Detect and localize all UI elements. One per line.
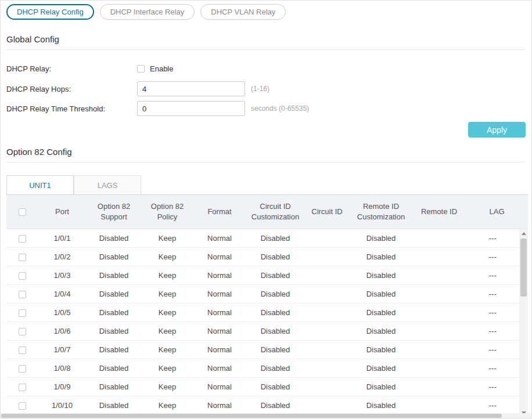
cell-remote_customization: Disabled <box>350 378 412 396</box>
cell-circuit_id <box>304 248 350 266</box>
vertical-scrollbar-thumb[interactable] <box>520 239 527 297</box>
tab-dhcp-vlan-relay[interactable]: DHCP VLAN Relay <box>200 4 286 20</box>
row-checkbox[interactable] <box>19 365 26 373</box>
table-row: 1/0/5DisabledKeepNormalDisabledDisabled-… <box>6 304 519 322</box>
cell-port: 1/0/2 <box>38 248 86 266</box>
cell-circuit_customization: Disabled <box>246 341 304 359</box>
cell-lag: --- <box>466 304 519 322</box>
table-row: 1/0/9DisabledKeepNormalDisabledDisabled-… <box>6 378 519 396</box>
horizontal-scrollbar[interactable] <box>1 413 531 418</box>
cell-circuit_id <box>304 378 350 396</box>
cell-circuit_customization: Disabled <box>246 359 304 378</box>
scroll-up-button[interactable] <box>519 229 528 238</box>
vertical-scrollbar[interactable] <box>519 229 528 417</box>
col-header: LAG <box>466 195 528 229</box>
table-row: 1/0/8DisabledKeepNormalDisabledDisabled-… <box>6 359 519 378</box>
enable-label: Enable <box>150 64 173 73</box>
dhcp-relay-label: DHCP Relay: <box>6 64 137 73</box>
cell-circuit_customization: Disabled <box>246 229 304 248</box>
tab-dhcp-relay-config[interactable]: DHCP Relay Config <box>6 4 94 20</box>
row-checkbox[interactable] <box>19 272 26 280</box>
col-header: Option 82 Policy <box>142 195 193 229</box>
cell-policy: Keep <box>142 285 193 304</box>
cell-port: 1/0/1 <box>38 229 86 248</box>
cell-remote_customization: Disabled <box>350 341 412 359</box>
row-checkbox[interactable] <box>19 346 26 354</box>
cell-lag: --- <box>466 341 519 359</box>
col-header: Remote ID <box>412 195 466 229</box>
triangle-up-icon <box>522 232 526 235</box>
dhcp-relay-enable-checkbox[interactable] <box>137 65 145 73</box>
cell-remote_customization: Disabled <box>350 304 412 322</box>
cell-circuit_customization: Disabled <box>246 378 304 396</box>
table-row: 1/0/10DisabledKeepNormalDisabledDisabled… <box>6 396 519 415</box>
cell-remote_customization: Disabled <box>350 322 412 341</box>
cell-support: Disabled <box>86 304 142 322</box>
dhcp-relay-hops-input[interactable] <box>137 81 245 96</box>
cell-policy: Keep <box>142 341 193 359</box>
cell-port: 1/0/8 <box>38 359 86 378</box>
cell-port: 1/0/4 <box>38 285 86 304</box>
row-checkbox[interactable] <box>19 291 26 298</box>
cell-support: Disabled <box>86 229 142 248</box>
cell-format: Normal <box>193 248 246 266</box>
cell-support: Disabled <box>86 248 142 266</box>
tab-lags[interactable]: LAGS <box>74 175 141 194</box>
global-config-title: Global Config <box>6 34 526 50</box>
cell-checkbox <box>6 378 38 396</box>
table-row: 1/0/2DisabledKeepNormalDisabledDisabled-… <box>6 248 519 266</box>
cell-circuit_customization: Disabled <box>246 396 304 415</box>
cell-support: Disabled <box>86 396 142 415</box>
cell-lag: --- <box>466 378 519 396</box>
row-checkbox[interactable] <box>19 254 26 261</box>
tab-dhcp-interface-relay[interactable]: DHCP Interface Relay <box>100 4 195 20</box>
row-checkbox[interactable] <box>19 328 26 335</box>
select-all-checkbox[interactable] <box>19 208 26 216</box>
row-checkbox[interactable] <box>19 235 26 243</box>
option82-table-header: PortOption 82 SupportOption 82 PolicyFor… <box>6 195 528 229</box>
cell-format: Normal <box>193 285 246 304</box>
cell-port: 1/0/3 <box>38 266 86 285</box>
cell-circuit_id <box>304 285 350 304</box>
cell-port: 1/0/6 <box>38 322 86 341</box>
cell-remote_id <box>412 359 466 378</box>
cell-policy: Keep <box>142 229 193 248</box>
cell-format: Normal <box>193 304 246 322</box>
apply-button[interactable]: Apply <box>468 122 526 138</box>
cell-policy: Keep <box>142 359 193 378</box>
cell-format: Normal <box>193 341 246 359</box>
cell-policy: Keep <box>142 396 193 415</box>
tab-unit1[interactable]: UNIT1 <box>6 175 74 194</box>
dhcp-relay-threshold-input[interactable] <box>137 101 245 116</box>
table-header-row: PortOption 82 SupportOption 82 PolicyFor… <box>6 195 528 229</box>
row-checkbox[interactable] <box>19 402 26 410</box>
row-checkbox[interactable] <box>19 309 26 317</box>
threshold-range-hint: seconds (0-65535) <box>251 104 309 113</box>
col-header: Format <box>193 195 246 229</box>
cell-checkbox <box>6 304 38 322</box>
cell-remote_id <box>412 266 466 285</box>
cell-checkbox <box>6 248 38 266</box>
col-header: Option 82 Support <box>86 195 142 229</box>
cell-port: 1/0/10 <box>38 396 86 415</box>
cell-checkbox <box>6 359 38 378</box>
cell-circuit_customization: Disabled <box>246 266 304 285</box>
cell-remote_id <box>412 396 466 415</box>
unit-tab-bar: UNIT1 LAGS <box>6 175 528 195</box>
dhcp-relay-threshold-label: DHCP Relay Time Threshold: <box>6 104 137 113</box>
cell-lag: --- <box>466 359 519 378</box>
col-header: Port <box>38 195 86 229</box>
cell-circuit_id <box>304 341 350 359</box>
row-checkbox[interactable] <box>19 384 26 391</box>
dhcp-relay-hops-label: DHCP Relay Hops: <box>6 85 137 93</box>
col-header: Circuit ID Customization <box>246 195 304 229</box>
cell-lag: --- <box>466 322 519 341</box>
cell-remote_customization: Disabled <box>350 248 412 266</box>
cell-format: Normal <box>193 359 246 378</box>
cell-format: Normal <box>193 322 246 341</box>
cell-circuit_id <box>304 229 350 248</box>
top-tab-bar: DHCP Relay Config DHCP Interface Relay D… <box>6 4 526 20</box>
horizontal-scrollbar-thumb[interactable] <box>1 414 502 418</box>
cell-policy: Keep <box>142 322 193 341</box>
cell-circuit_customization: Disabled <box>246 322 304 341</box>
